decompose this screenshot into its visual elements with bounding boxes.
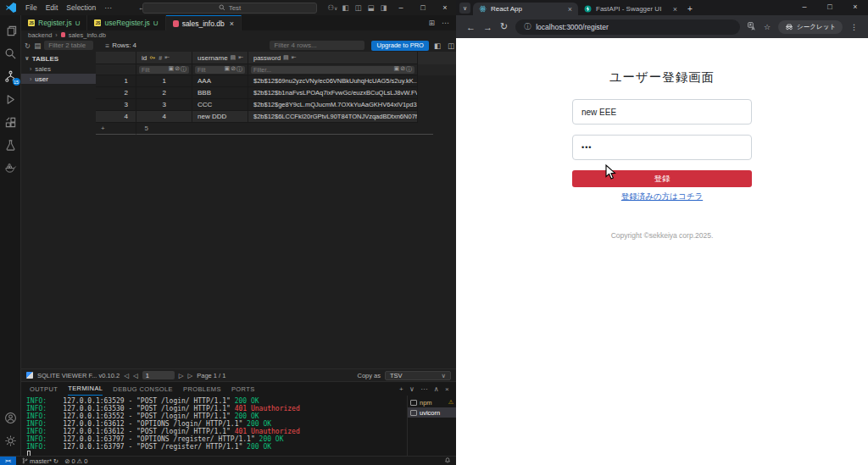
close-tab-icon[interactable]: × <box>673 5 677 14</box>
remote-indicator[interactable]: >< <box>0 457 16 465</box>
testing-flask-icon[interactable] <box>0 134 21 157</box>
username-field[interactable] <box>572 99 752 125</box>
notifications-bell[interactable] <box>444 457 451 465</box>
reload-icon[interactable]: ↻ <box>500 21 508 32</box>
run-debug-icon[interactable] <box>0 88 21 111</box>
menu-selection[interactable]: Selection <box>62 3 100 12</box>
vscode-close-button[interactable]: × <box>434 0 456 15</box>
vscode-maximize-button[interactable]: □ <box>412 0 434 15</box>
tab-useregister-js[interactable]: JS useRegister.js U <box>87 15 165 30</box>
filter-info-icon[interactable]: ⓘ <box>406 66 412 74</box>
browser-close-button[interactable]: × <box>843 0 868 14</box>
add-row-plus-icon[interactable]: + <box>96 123 136 135</box>
copy-format-select[interactable]: TSV ∨ <box>385 371 451 380</box>
menu-edit[interactable]: Edit <box>42 3 63 12</box>
tab-output[interactable]: OUTPUT <box>30 385 58 393</box>
close-tab-icon[interactable]: × <box>568 5 572 14</box>
search-icon[interactable] <box>0 42 21 65</box>
maximize-panel-icon[interactable]: ∧ <box>434 385 439 393</box>
tree-item-user[interactable]: › user <box>21 74 96 84</box>
regex-icon[interactable]: ▣ <box>394 66 400 74</box>
column-header-id[interactable]: id # ⇤ <box>136 52 192 64</box>
prev-page-icon[interactable]: ◁ <box>133 372 138 379</box>
split-editor-icon[interactable]: ⊞ <box>428 19 435 27</box>
table-row[interactable]: 2 2 BBB $2b$12$b1naFvsLPOAq7ixFvwGc/euzx… <box>96 87 456 99</box>
back-icon[interactable]: ← <box>466 22 476 32</box>
editor-more-actions-icon[interactable]: ⋯ <box>442 19 449 27</box>
bookmark-star-icon[interactable]: ☆ <box>764 23 771 31</box>
tab-react-app[interactable]: React App × <box>473 3 578 15</box>
terminal-process-uvicorn[interactable]: uvicorn <box>408 407 456 418</box>
settings-gear-icon[interactable] <box>0 429 21 452</box>
browser-minimize-button[interactable]: – <box>792 0 817 14</box>
regex-icon[interactable]: ▣ <box>169 66 175 74</box>
sync-icon[interactable]: ↻ <box>53 457 58 465</box>
filter-id[interactable]: Filt ▣⊘ⓘ <box>136 64 192 75</box>
exclude-icon[interactable]: ⊘ <box>175 66 180 74</box>
last-page-icon[interactable]: ▷ <box>187 372 192 379</box>
new-tab-button[interactable]: + <box>683 3 697 15</box>
db-options-icon[interactable]: ▤ <box>34 42 41 50</box>
problems-item[interactable]: ⊘ 0 ⚠ 0 <box>64 457 87 465</box>
command-search-box[interactable]: Test <box>142 3 317 14</box>
filter-username[interactable]: Filt ▣⊘ⓘ <box>192 64 248 75</box>
next-page-icon[interactable]: ▷ <box>179 372 184 379</box>
tables-tree-header[interactable]: ∨ TABLES <box>21 53 96 64</box>
filter-info-icon[interactable]: ⓘ <box>181 66 186 74</box>
copilot-icon[interactable]: ⚇∨ <box>326 3 339 12</box>
toggle-panel-icon[interactable]: ◫ <box>352 3 364 12</box>
table-row[interactable]: 4 4 new DDD $2b$12$6LCCFkI20rGPtvL90T84T… <box>96 111 456 123</box>
breadcrumb[interactable]: backend › sales_info.db <box>21 30 456 39</box>
extensions-icon[interactable] <box>0 111 21 134</box>
menu-more[interactable]: ⋯ <box>100 3 116 12</box>
upgrade-to-pro-button[interactable]: Upgrade to PRO <box>371 41 428 51</box>
register-button[interactable]: 登録 <box>572 170 752 187</box>
tab-problems[interactable]: PROBLEMS <box>183 385 221 393</box>
pin-column-icon[interactable]: ⇤ <box>164 54 170 61</box>
toggle-primary-sidebar-icon[interactable]: ◧ <box>339 3 352 12</box>
pin-column-icon[interactable]: ⇤ <box>292 54 297 61</box>
source-control-icon[interactable]: 15 <box>0 65 21 88</box>
column-header-password[interactable]: password ▤ ⇤ <box>248 52 418 64</box>
address-bar[interactable]: ⓘ localhost:3000/register <box>515 19 740 35</box>
login-link[interactable]: 登録済みの方はコチラ <box>621 191 703 202</box>
filter-password[interactable]: Filter... ▣⊘ⓘ <box>248 64 418 75</box>
browser-maximize-button[interactable]: □ <box>817 0 843 14</box>
forward-icon[interactable]: → <box>483 22 492 32</box>
exclude-icon[interactable]: ⊘ <box>231 66 236 74</box>
vscode-minimize-button[interactable]: – <box>390 0 412 15</box>
add-row[interactable]: + 5 <box>96 123 456 135</box>
tab-ports[interactable]: PORTS <box>231 385 255 393</box>
row-filter-input[interactable]: Filter 4 rows... <box>270 41 364 50</box>
new-row-cell[interactable] <box>152 123 433 135</box>
column-header-username[interactable]: username ▤ ⇤ <box>192 52 248 64</box>
terminal-output[interactable]: INFO: 127.0.0.1:63529 - "POST /login/ HT… <box>21 396 407 456</box>
layout-toggle-icon[interactable]: ◫ <box>448 42 454 50</box>
first-page-icon[interactable]: ◁ <box>124 372 129 379</box>
terminal-dropdown-icon[interactable]: ∨ <box>409 385 415 393</box>
git-branch-item[interactable]: master* ↻ <box>22 457 58 465</box>
site-info-icon[interactable]: ⓘ <box>524 22 531 31</box>
filter-info-icon[interactable]: ⓘ <box>236 66 242 74</box>
customize-layout-icon[interactable]: ◨ <box>377 3 390 12</box>
tab-search-icon[interactable]: ∨ <box>459 3 470 14</box>
explorer-icon[interactable] <box>0 19 21 42</box>
close-panel-icon[interactable]: × <box>445 385 449 393</box>
browser-menu-icon[interactable]: ⋮ <box>850 23 858 31</box>
toggle-bottom-panel-icon[interactable]: ⬓ <box>364 3 377 12</box>
docker-icon[interactable] <box>0 157 21 180</box>
password-field[interactable] <box>572 135 752 160</box>
terminal-process-npm[interactable]: npm ⚠ <box>408 397 456 407</box>
panel-more-icon[interactable]: ⋯ <box>420 385 427 393</box>
table-filter-input[interactable]: Filter 2 table <box>44 41 93 50</box>
pin-column-icon[interactable]: ⇤ <box>238 54 243 61</box>
tab-terminal[interactable]: TERMINAL <box>68 382 103 396</box>
tab-debug-console[interactable]: DEBUG CONSOLE <box>113 385 173 393</box>
new-terminal-icon[interactable]: + <box>399 385 403 393</box>
account-icon[interactable] <box>0 407 21 429</box>
regex-icon[interactable]: ▣ <box>225 66 231 74</box>
table-row[interactable]: 3 3 CCC $2b$12$ge8Y9cL.mQJucmM.7OXkYuAaG… <box>96 99 456 111</box>
table-row[interactable]: 1 1 AAA $2b$12$69nu2yzcVNy/ec06VNBkUuhqH… <box>96 75 456 87</box>
translate-icon[interactable] <box>748 22 756 32</box>
refresh-icon[interactable]: ↻ <box>25 42 31 50</box>
